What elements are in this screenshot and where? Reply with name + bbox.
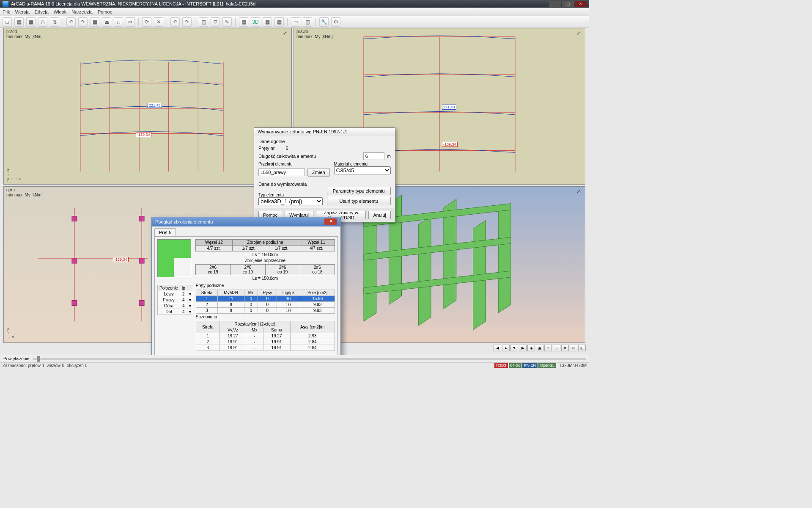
cut-icon[interactable]: ✂ [126, 17, 135, 27]
table-row[interactable]: 38001/79.93 [196, 308, 335, 314]
table-row[interactable]: 319.91-19.912.84 [196, 345, 335, 351]
loads-icon[interactable]: ↓↓ [114, 17, 123, 27]
svg-marker-33 [364, 237, 511, 260]
menu-plik[interactable]: Plik [3, 9, 10, 14]
wrench-icon[interactable]: 🔧 [319, 17, 329, 27]
view-toolbar: ◀ ▲ ▼ ▶ ◈ ▣ + − ✥ ▭ ⊞ [494, 345, 586, 351]
zoom-bar: Powiększenie [0, 355, 589, 362]
menu-wersja[interactable]: Wersja [15, 9, 30, 14]
rotate-icon[interactable]: ⟳ [142, 17, 151, 27]
stirrups-table: StrefaRozstaw[cm] (2-cięte)As/s [cm2]/m … [196, 321, 335, 351]
badge-64bit: 64-bit [509, 363, 522, 368]
menu-bar: Plik Wersja Edycja Widok Narzędzia Pomoc [0, 8, 589, 16]
3d-icon[interactable]: 3D [251, 17, 260, 27]
settings-icon[interactable]: ⚙ [331, 17, 340, 27]
new-icon[interactable]: □ [3, 17, 12, 27]
results-icon[interactable]: ▦ [263, 17, 272, 27]
badge-opengl: OpenGL [538, 363, 556, 368]
right-icon[interactable]: ▶ [519, 345, 527, 351]
win-icon[interactable]: ▭ [570, 345, 577, 351]
table-row[interactable]: 111004/715.96 [196, 296, 335, 302]
position-table: Położenielp Lewy2▾ Prawy4▾ Góra4▾ Dół4▾ [157, 285, 193, 315]
axis-indicator: z↑y ←→ x [7, 168, 21, 181]
material-select[interactable]: C35/45 [334, 166, 391, 174]
type-delete-button[interactable]: Usuń typ elementu [327, 197, 391, 205]
table-row[interactable]: 28001/79.93 [196, 302, 335, 308]
edit-icon[interactable]: ✎ [222, 17, 232, 27]
section-shape [157, 239, 191, 277]
expand-icon[interactable]: ⤢ [576, 30, 582, 36]
split-icon[interactable]: ⊞ [578, 345, 586, 351]
longitudinal-table: StrefaMyMzNMxRysylpg/lpkPole [cm2] 11100… [196, 290, 335, 314]
table-row[interactable]: 219.91-19.912.84 [196, 339, 335, 345]
svg-marker-34 [364, 271, 511, 294]
minimize-button[interactable]: — [549, 1, 561, 7]
dimensioning-dialog: Wymiarowanie żelbetu wg PN-EN 1992-1-1 D… [254, 127, 395, 222]
cancel-button[interactable]: Anuluj [368, 211, 391, 219]
svg-marker-27 [418, 216, 431, 326]
fwd-icon[interactable]: ↷ [182, 17, 192, 27]
length-field[interactable] [363, 152, 384, 160]
window-title: ArCADia-RAMA 16.0 Licencja dla WEWNĘTRZN… [11, 1, 255, 6]
menu-edycja[interactable]: Edycja [35, 9, 49, 14]
maximize-button[interactable]: ▢ [562, 1, 574, 7]
main-toolbar: □ ▤ ▦ ⎙ ⧉ ↶ ↷ ▦ ⏏ ↓↓ ✂ ⟳ ✕ ↶ ↷ ▥ ▽ ✎ ▤ 3… [0, 16, 589, 28]
grid-icon[interactable]: ▦ [90, 17, 99, 27]
type-select[interactable]: belka3D_1 (proj) [258, 197, 323, 205]
svg-marker-26 [364, 212, 376, 322]
left-icon[interactable]: ◀ [494, 345, 501, 351]
close-button[interactable]: ✕ [575, 1, 587, 7]
dialog-title: Wymiarowanie żelbetu wg PN-EN 1992-1-1 [254, 128, 395, 136]
supports-icon[interactable]: ⏏ [102, 17, 111, 27]
fit-icon[interactable]: ▣ [536, 345, 543, 351]
menu-narzedzia[interactable]: Narzędzia [71, 9, 93, 14]
iso-icon[interactable]: ◈ [527, 345, 535, 351]
print-icon[interactable]: ⎙ [38, 17, 47, 27]
redo-icon[interactable]: ↷ [78, 17, 88, 27]
menu-widok[interactable]: Widok [54, 9, 67, 14]
delete-icon[interactable]: ✕ [154, 17, 163, 27]
change-button[interactable]: Zmień [307, 168, 330, 177]
viewport-area: przódmin max: My [kNm] ⤢ 221,48 -139,34 … [0, 28, 589, 363]
dialog2-title: Podgląd zbrojenia elementu [155, 219, 213, 224]
status-bar: Zaznaczono: prętów-1; węzłów-0; obciążeń… [0, 362, 589, 368]
open-icon[interactable]: ▤ [14, 17, 24, 27]
menu-pomoc[interactable]: Pomoc [98, 9, 112, 14]
zoom-in-icon[interactable]: + [544, 345, 552, 351]
up-icon[interactable]: ▲ [502, 345, 510, 351]
copy-icon[interactable]: ⧉ [50, 17, 59, 27]
title-bar: ArCADia-RAMA 16.0 Licencja dla WEWNĘTRZN… [0, 0, 589, 8]
filter-icon[interactable]: ▽ [211, 17, 220, 27]
list-icon[interactable]: ▥ [303, 17, 312, 27]
pan-icon[interactable]: ✥ [561, 345, 569, 351]
type-params-button[interactable]: Parametry typu elementu [327, 187, 391, 195]
back-icon[interactable]: ↶ [170, 17, 180, 27]
zoom-out-icon[interactable]: − [553, 345, 560, 351]
down-icon[interactable]: ▼ [510, 345, 518, 351]
reinforcement-preview-dialog: Podgląd zbrojenia elementu✕ Pręt 5 Węzeł… [151, 217, 341, 368]
badge-pn-en: PN-EN [522, 363, 538, 368]
calc-icon[interactable]: ▥ [199, 17, 208, 27]
axis-indicator: y↑→ x [7, 326, 14, 339]
close-icon[interactable]: ✕ [324, 218, 337, 225]
window-buttons: — ▢ ✕ [549, 1, 587, 7]
report-icon[interactable]: ▤ [274, 17, 284, 27]
zoom-slider[interactable] [37, 356, 40, 362]
undo-icon[interactable]: ↶ [66, 17, 76, 27]
badge-r3d3: R3D3 [494, 363, 508, 368]
viewport-front[interactable]: przódmin max: My [kNm] ⤢ 221,48 -139,34 … [3, 28, 292, 185]
save-icon[interactable]: ▦ [26, 17, 36, 27]
expand-icon[interactable]: ⤢ [576, 188, 582, 194]
app-logo-icon [3, 1, 8, 7]
calc2-icon[interactable]: ▭ [291, 17, 300, 27]
expand-icon[interactable]: ⤢ [283, 30, 289, 36]
svg-marker-31 [498, 204, 511, 313]
table-icon[interactable]: ▤ [239, 17, 248, 27]
section-field[interactable] [258, 168, 305, 176]
table-row[interactable]: 119.27-19.272.93 [196, 333, 335, 339]
tab-pret5[interactable]: Pręt 5 [154, 228, 176, 236]
